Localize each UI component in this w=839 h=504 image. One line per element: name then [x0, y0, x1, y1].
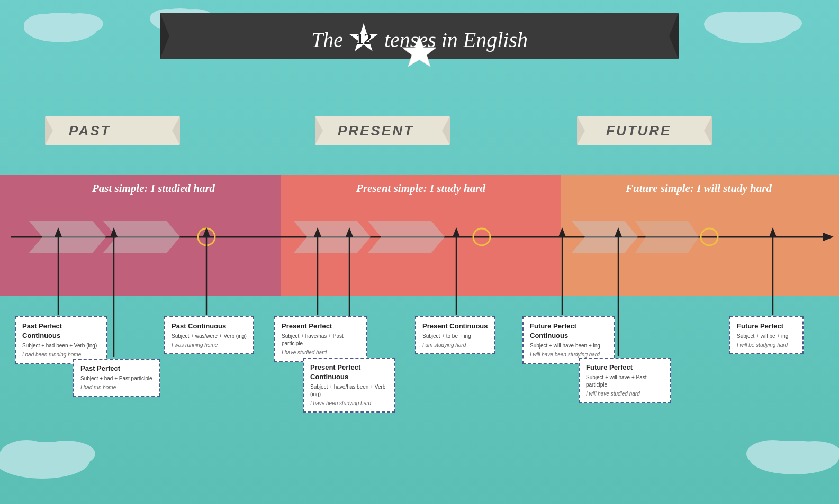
card-present-perfect-continuous: Present Perfect Continuous Subject + hav…: [303, 358, 395, 413]
card-past-perfect: Past Perfect Subject + had + Past partic…: [73, 359, 160, 397]
card-present-perfect: Present Perfect Subject + have/has + Pas…: [274, 316, 367, 362]
card-future-perfect-lower: Future Perfect Subject + will have + Pas…: [579, 358, 671, 403]
card-present-continuous: Present Continuous Subject + to be + ing…: [415, 316, 495, 354]
card-future-perfect: Future Perfect Subject + will be + ing I…: [729, 316, 804, 354]
card-past-perfect-continuous: Past Perfect Continuous Subject + had be…: [15, 316, 107, 364]
card-past-continuous: Past Continuous Subject + was/were + Ver…: [164, 316, 254, 354]
background: [0, 0, 839, 504]
card-future-perfect-continuous: Future Perfect Continuous Subject + will…: [522, 316, 615, 364]
